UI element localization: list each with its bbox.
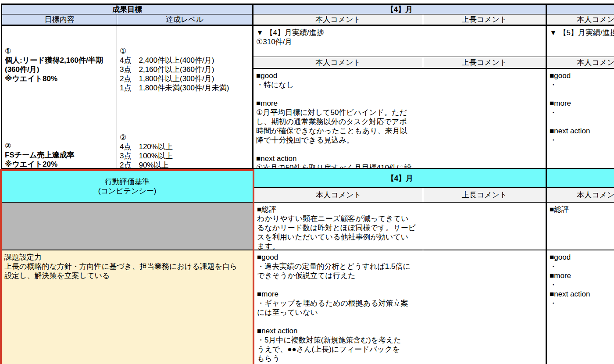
competency-title-cell[interactable]: 行動評価基準 (コンピテンシー) <box>2 171 253 203</box>
achievement-level-cell[interactable]: ① 4点 2,400件以上(400件/月) 3点 2,160件以上(360件/月… <box>117 26 253 169</box>
competency-manager-comment-cell-m4[interactable] <box>423 250 547 364</box>
result-goal-header-cell[interactable]: 成果目標 <box>1 4 253 14</box>
competency-empty-gray-cell[interactable] <box>2 203 253 250</box>
month4-header-cell[interactable]: 【4】月 <box>253 4 547 14</box>
overall-review-manager-cell-m4[interactable] <box>423 203 547 250</box>
level-2-text: ② 4点 120%以上 3点 100%以上 2点 90%以上 1点 90未満 <box>120 133 250 169</box>
competency-month4-header-cell[interactable]: 【4】月 <box>254 169 547 188</box>
progress-cell-m4[interactable]: ▼ 【4】月実績/進捗 ①310件/月 <box>253 26 547 57</box>
goal-1-text: ① 個人:リード獲得2,160件/半期 (360件/月) ※ウエイト80% <box>5 46 114 83</box>
goal-content-subheader[interactable]: 目標内容 <box>1 14 117 26</box>
competency-month5-header-cell-clipped[interactable] <box>547 169 614 188</box>
self-comment-subheader2-m4[interactable]: 本人コメント <box>253 57 423 69</box>
competency-item-cell[interactable]: 課題設定力 上長の概略的な方針・方向性に基づき、担当業務における課題を自ら 設定… <box>2 250 253 364</box>
self-comment-subheader-m5[interactable]: 本人コメント <box>547 14 614 26</box>
competency-self-comment-subheader-m5[interactable]: 本人コメント <box>547 188 614 203</box>
self-comment-subheader-m4[interactable]: 本人コメント <box>253 14 423 26</box>
self-comment-subheader2-m5[interactable]: 本人コメント <box>547 57 614 69</box>
goal-content-cell[interactable]: ① 個人:リード獲得2,160件/半期 (360件/月) ※ウエイト80% ② … <box>1 26 117 169</box>
achievement-level-subheader[interactable]: 達成レベル <box>117 14 253 26</box>
progress-cell-m5-clipped[interactable]: ▼ 【5】月実績/進捗 <box>547 26 614 57</box>
level-1-text: ① 4点 2,400件以上(400件/月) 3点 2,160件以上(360件/月… <box>120 46 250 93</box>
competency-self-comment-cell-m5[interactable]: ■good ・ ■more ・ ■next action ・ <box>547 250 614 364</box>
evaluation-sheet: 成果目標 【4】月 目標内容 達成レベル 本人コメント 上長コメント 本人コメン… <box>0 0 614 364</box>
manager-comment-subheader-m4[interactable]: 上長コメント <box>423 14 547 26</box>
overall-review-cell-m5[interactable]: ■総評 <box>547 203 614 250</box>
month5-header-cell-clipped[interactable] <box>547 4 614 14</box>
goal-2-text: ② FSチーム売上達成率 ※ウエイト20% <box>5 141 114 169</box>
competency-self-comment-subheader-m4[interactable]: 本人コメント <box>254 188 423 203</box>
self-comment-cell-m5[interactable]: ■good ・ ■more ・ ■next action ・ <box>547 69 614 169</box>
manager-comment-cell-m4[interactable] <box>423 69 547 169</box>
competency-manager-comment-subheader-m4[interactable]: 上長コメント <box>423 188 547 203</box>
self-comment-cell-m4[interactable]: ■good ・特になし ■more ①月平均目標に対して50件ビハインド。ただ … <box>253 69 423 169</box>
overall-review-cell-m4[interactable]: ■総評 わかりやすい顕在ニーズ顧客が減ってきてい るなかリード数は昨対とほぼ同様… <box>254 203 423 250</box>
competency-self-comment-cell-m4[interactable]: ■good ・過去実績の定量的分析とどうすれば1.5倍に できそうか仮説立ては行… <box>254 250 423 364</box>
manager-comment-subheader2-m4[interactable]: 上長コメント <box>423 57 547 69</box>
